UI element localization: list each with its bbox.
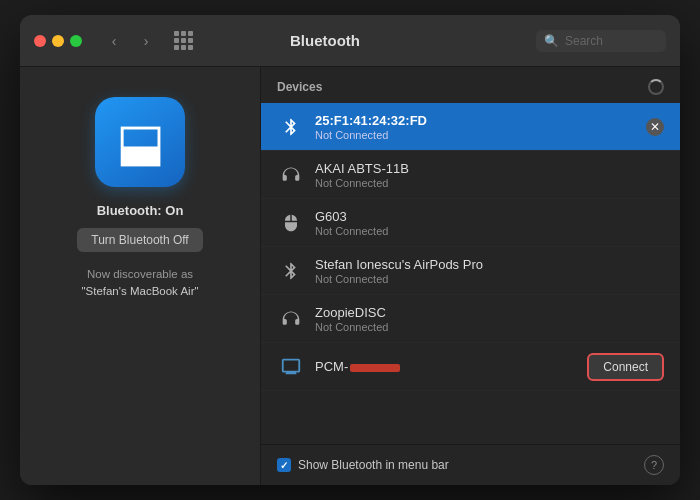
right-panel: Devices 25:F1:41:24:32:FD Not Connected … bbox=[260, 67, 680, 485]
device-item[interactable]: 25:F1:41:24:32:FD Not Connected ✕ bbox=[261, 103, 680, 151]
device-status: Not Connected bbox=[315, 273, 664, 285]
headphone-icon bbox=[277, 305, 305, 333]
mouse-icon bbox=[277, 209, 305, 237]
device-action: Connect bbox=[587, 353, 664, 381]
footer: ✓ Show Bluetooth in menu bar ? bbox=[261, 444, 680, 485]
maximize-button[interactable] bbox=[70, 35, 82, 47]
device-info: 25:F1:41:24:32:FD Not Connected bbox=[315, 113, 636, 141]
device-item[interactable]: ZoopieDISC Not Connected bbox=[261, 295, 680, 343]
turn-bluetooth-off-button[interactable]: Turn Bluetooth Off bbox=[77, 228, 202, 252]
titlebar: ‹ › Bluetooth 🔍 bbox=[20, 15, 680, 67]
checkbox-label: Show Bluetooth in menu bar bbox=[298, 458, 449, 472]
device-name: PCM- bbox=[315, 359, 577, 374]
bluetooth-symbol: ⬓ bbox=[116, 116, 165, 168]
bluetooth-status: Bluetooth: On bbox=[97, 203, 184, 218]
device-info: G603 Not Connected bbox=[315, 209, 664, 237]
discoverable-text: Now discoverable as "Stefan's MacBook Ai… bbox=[81, 266, 198, 301]
search-box[interactable]: 🔍 bbox=[536, 30, 666, 52]
device-name: ZoopieDISC bbox=[315, 305, 664, 320]
back-button[interactable]: ‹ bbox=[100, 30, 128, 52]
left-panel: ⬓ Bluetooth: On Turn Bluetooth Off Now d… bbox=[20, 67, 260, 485]
show-bluetooth-row[interactable]: ✓ Show Bluetooth in menu bar bbox=[277, 458, 449, 472]
connect-button[interactable]: Connect bbox=[587, 353, 664, 381]
device-info: AKAI ABTS-11B Not Connected bbox=[315, 161, 664, 189]
loading-spinner bbox=[648, 79, 664, 95]
device-name: AKAI ABTS-11B bbox=[315, 161, 664, 176]
device-status: Not Connected bbox=[315, 129, 636, 141]
headphone-icon bbox=[277, 161, 305, 189]
search-icon: 🔍 bbox=[544, 34, 559, 48]
device-status: Not Connected bbox=[315, 321, 664, 333]
device-item[interactable]: PCM- Connect bbox=[261, 343, 680, 391]
device-status: Not Connected bbox=[315, 225, 664, 237]
airpods-icon bbox=[277, 257, 305, 285]
check-icon: ✓ bbox=[280, 460, 288, 471]
bluetooth-device-icon bbox=[277, 113, 305, 141]
device-item[interactable]: Stefan Ionescu's AirPods Pro Not Connect… bbox=[261, 247, 680, 295]
devices-header: Devices bbox=[261, 67, 680, 103]
device-action: ✕ bbox=[646, 118, 664, 136]
device-name: G603 bbox=[315, 209, 664, 224]
traffic-lights bbox=[34, 35, 82, 47]
redacted-name bbox=[350, 364, 400, 372]
remove-device-button[interactable]: ✕ bbox=[646, 118, 664, 136]
device-item[interactable]: AKAI ABTS-11B Not Connected bbox=[261, 151, 680, 199]
content-area: ⬓ Bluetooth: On Turn Bluetooth Off Now d… bbox=[20, 67, 680, 485]
search-input[interactable] bbox=[565, 34, 655, 48]
device-name: Stefan Ionescu's AirPods Pro bbox=[315, 257, 664, 272]
minimize-button[interactable] bbox=[52, 35, 64, 47]
device-info: ZoopieDISC Not Connected bbox=[315, 305, 664, 333]
nav-buttons: ‹ › bbox=[100, 30, 160, 52]
show-bluetooth-checkbox[interactable]: ✓ bbox=[277, 458, 291, 472]
bluetooth-icon-wrapper: ⬓ bbox=[95, 97, 185, 187]
bluetooth-window: ‹ › Bluetooth 🔍 ⬓ Bluetooth: On Turn Blu… bbox=[20, 15, 680, 485]
help-button[interactable]: ? bbox=[644, 455, 664, 475]
device-info: PCM- bbox=[315, 359, 577, 374]
window-title: Bluetooth bbox=[204, 32, 446, 49]
device-info: Stefan Ionescu's AirPods Pro Not Connect… bbox=[315, 257, 664, 285]
device-status: Not Connected bbox=[315, 177, 664, 189]
device-list: 25:F1:41:24:32:FD Not Connected ✕ AKAI A… bbox=[261, 103, 680, 444]
forward-button[interactable]: › bbox=[132, 30, 160, 52]
device-name: 25:F1:41:24:32:FD bbox=[315, 113, 636, 128]
devices-label: Devices bbox=[277, 80, 322, 94]
device-item[interactable]: G603 Not Connected bbox=[261, 199, 680, 247]
close-button[interactable] bbox=[34, 35, 46, 47]
grid-menu-icon[interactable] bbox=[174, 31, 194, 51]
monitor-icon bbox=[277, 353, 305, 381]
